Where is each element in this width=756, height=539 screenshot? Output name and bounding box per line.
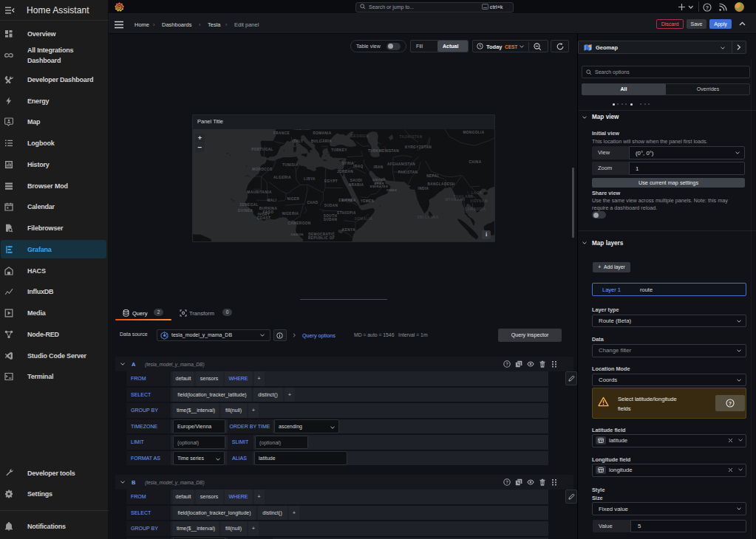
svg-text:CHINA: CHINA: [469, 160, 482, 164]
svg-text:SAUDI: SAUDI: [350, 179, 363, 182]
svg-text:COAST: COAST: [257, 216, 270, 220]
svg-text:SOMALIA: SOMALIA: [355, 217, 373, 221]
svg-text:ARABIA: ARABIA: [349, 183, 364, 187]
svg-text:MONGOLIA: MONGOLIA: [463, 131, 485, 134]
svg-text:JORDAN: JORDAN: [337, 170, 353, 174]
svg-text:MAURITANIA: MAURITANIA: [247, 190, 272, 194]
svg-text:?: ?: [729, 401, 732, 406]
svg-text:GUINEA: GUINEA: [238, 209, 253, 213]
svg-text:CHAD: CHAD: [307, 201, 318, 205]
svg-text:VIETNAM: VIETNAM: [470, 199, 488, 203]
svg-text:ETHIOPIA: ETHIOPIA: [337, 211, 356, 215]
svg-text:AUSTRIA: AUSTRIA: [293, 129, 311, 131]
svg-text:YEMEN: YEMEN: [361, 199, 375, 203]
svg-text:EMIRATES: EMIRATES: [370, 185, 389, 188]
svg-text:IRAN: IRAN: [373, 165, 383, 169]
svg-text:EGYPT: EGYPT: [324, 179, 338, 183]
svg-text:MALI: MALI: [267, 199, 276, 202]
svg-text:ALGERIA: ALGERIA: [273, 176, 291, 179]
svg-text:NIGER: NIGER: [287, 197, 300, 201]
svg-text:THAILAND: THAILAND: [453, 195, 473, 199]
svg-text:OMAN: OMAN: [386, 188, 397, 192]
svg-text:SUDAN: SUDAN: [324, 204, 338, 207]
svg-text:INDIA: INDIA: [418, 187, 429, 190]
svg-text:REPUBLIC OF: REPUBLIC OF: [308, 236, 335, 240]
svg-text:?: ?: [505, 480, 508, 484]
svg-text:LIBYA: LIBYA: [304, 177, 316, 181]
svg-text:?: ?: [706, 4, 709, 10]
svg-text:SYRIA: SYRIA: [342, 162, 355, 165]
svg-text:NEPAL: NEPAL: [426, 174, 440, 178]
svg-text:GABON: GABON: [290, 233, 304, 236]
svg-text:NIGERIA: NIGERIA: [282, 212, 299, 216]
svg-text:TURKEY: TURKEY: [331, 148, 347, 152]
svg-text:IRAQ: IRAQ: [353, 165, 363, 168]
svg-text:TAJIKISTAN: TAJIKISTAN: [400, 135, 423, 139]
svg-text:AFGHANISTAN: AFGHANISTAN: [387, 162, 415, 166]
svg-text:PAKISTAN: PAKISTAN: [398, 171, 418, 174]
svg-text:CAMBODIA: CAMBODIA: [465, 207, 486, 211]
svg-text:SENEGAL: SENEGAL: [239, 203, 258, 207]
svg-text:SRI LANKA: SRI LANKA: [417, 216, 438, 219]
svg-text:MOROCCO: MOROCCO: [252, 168, 273, 171]
svg-text:GEORGIA: GEORGIA: [351, 134, 370, 138]
svg-text:CAMEROON: CAMEROON: [287, 222, 310, 225]
svg-text:BULGARIA: BULGARIA: [311, 140, 332, 143]
svg-text:PORTUGAL: PORTUGAL: [251, 148, 273, 151]
svg-text:TURKMENISTAN: TURKMENISTAN: [368, 149, 399, 153]
svg-text:ROMANIA: ROMANIA: [313, 131, 331, 135]
svg-text:KYRGYZSTAN: KYRGYZSTAN: [405, 145, 432, 149]
svg-text:FRANCE: FRANCE: [273, 131, 290, 135]
svg-text:BANGLADESH: BANGLADESH: [427, 182, 454, 186]
svg-text:ITALY: ITALY: [293, 140, 304, 143]
svg-text:SUDAN: SUDAN: [324, 218, 338, 222]
svg-text:TUNISIA: TUNISIA: [282, 163, 299, 167]
svg-text:?: ?: [505, 362, 508, 366]
svg-text:ERITR: ERITR: [342, 199, 353, 202]
svg-text:KENYA: KENYA: [342, 228, 355, 232]
